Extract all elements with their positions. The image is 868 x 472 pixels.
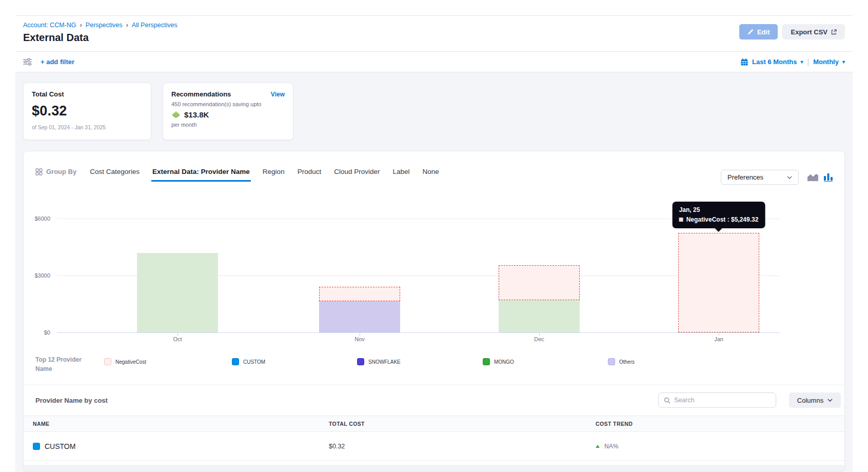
column-header-total-cost[interactable]: TOTAL COST <box>320 421 586 427</box>
money-stack-icon <box>171 111 181 119</box>
total-cost-card: Total Cost $0.32 of Sep 01, 2024 - Jan 3… <box>23 83 151 140</box>
breadcrumb-separator-icon: › <box>126 21 128 29</box>
table-title: Provider Name by cost <box>35 397 108 404</box>
row-name: CUSTOM <box>45 442 75 450</box>
legend-label: NegativeCost <box>115 359 146 365</box>
view-recommendations-link[interactable]: View <box>271 91 285 98</box>
table-search <box>658 392 776 408</box>
gridline <box>57 219 780 219</box>
external-link-icon <box>831 29 837 35</box>
legend-label: MONGO <box>494 359 514 365</box>
legend-item-custom[interactable]: CUSTOM <box>232 358 265 365</box>
page-header: Account: CCM-NG›Perspectives›All Perspec… <box>15 16 853 52</box>
x-axis-label: Jan <box>714 336 723 342</box>
group-by-row: Group By Cost CategoriesExternal Data: P… <box>35 166 833 184</box>
granularity-dropdown[interactable]: Monthly ▾ <box>813 58 845 66</box>
y-axis-label: $3000 <box>24 272 50 279</box>
area-chart-icon[interactable] <box>807 173 819 182</box>
search-icon <box>664 397 670 404</box>
tab-external-data-provider-name[interactable]: External Data: Provider Name <box>151 166 251 182</box>
gridline <box>57 332 780 333</box>
tab-product[interactable]: Product <box>297 166 323 182</box>
x-axis-label: Nov <box>354 336 365 342</box>
savings-amount: $13.8K <box>184 110 209 119</box>
bar-segment-mongo-dec[interactable] <box>499 300 580 332</box>
x-axis-tick <box>177 333 178 336</box>
columns-button[interactable]: Columns <box>789 392 841 408</box>
row-total-cost: $0.32 <box>329 443 345 450</box>
breadcrumb-item[interactable]: All Perspectives <box>132 22 177 29</box>
chart-plot: Jan, 25 NegativeCost : $5,249.32 $0$3000… <box>24 187 844 347</box>
legend-swatch <box>357 358 364 365</box>
legend-item-mongo[interactable]: MONGO <box>483 358 514 365</box>
preferences-dropdown[interactable]: Preferences <box>721 170 799 185</box>
group-by-label: Group By <box>46 168 76 175</box>
pencil-icon <box>747 29 754 35</box>
per-month-text: per month <box>171 122 285 128</box>
export-csv-button[interactable]: Export CSV <box>782 24 845 40</box>
add-filter-button[interactable]: + add filter <box>41 58 74 66</box>
total-cost-label: Total Cost <box>32 90 143 98</box>
trend-up-icon <box>596 445 600 448</box>
table-toolbar: Provider Name by cost Columns <box>35 388 833 412</box>
filter-settings-icon[interactable] <box>23 58 32 66</box>
legend-label: Others <box>619 359 635 365</box>
bar-chart-icon[interactable] <box>824 173 833 182</box>
calendar-icon <box>741 58 748 66</box>
chevron-down-icon: ▾ <box>800 59 803 65</box>
app-container: Account: CCM-NG›Perspectives›All Perspec… <box>15 15 853 472</box>
recommendations-card: Recommendations View 450 recommendation(… <box>163 83 293 140</box>
bar-segment-snowflake-nov[interactable] <box>319 301 400 332</box>
tab-region[interactable]: Region <box>262 166 286 182</box>
search-input[interactable] <box>674 397 771 404</box>
chart-tooltip: Jan, 25 NegativeCost : $5,249.32 <box>673 202 765 228</box>
column-header-cost-trend[interactable]: COST TREND <box>586 421 844 427</box>
edit-button[interactable]: Edit <box>739 24 778 40</box>
x-axis-label: Dec <box>534 336 544 342</box>
tab-cost-categories[interactable]: Cost Categories <box>89 166 141 182</box>
table-next-row-partial <box>24 465 844 471</box>
group-by-tabs: Cost CategoriesExternal Data: Provider N… <box>89 166 440 182</box>
legend-item-others[interactable]: Others <box>608 358 635 365</box>
page-title: External Data <box>23 32 177 44</box>
legend-swatch <box>232 358 239 365</box>
section-divider <box>24 385 844 385</box>
legend-title: Top 12 Provider Name <box>35 355 87 373</box>
breadcrumb-separator-icon: › <box>80 21 82 29</box>
recommendations-label: Recommendations <box>171 90 231 98</box>
row-color-swatch <box>33 443 40 450</box>
tooltip-series-swatch <box>679 218 683 222</box>
breadcrumb-item[interactable]: Perspectives <box>86 22 123 29</box>
bar-segment-negativecost-jan[interactable] <box>678 233 759 332</box>
legend-label: CUSTOM <box>243 359 265 365</box>
table-header-row: NAMETOTAL COSTCOST TREND <box>24 416 844 432</box>
total-cost-value: $0.32 <box>32 103 143 119</box>
content-area: Total Cost $0.32 of Sep 01, 2024 - Jan 3… <box>15 72 853 472</box>
chevron-down-icon: ▾ <box>842 59 845 65</box>
bar-segment-mongo-oct[interactable] <box>137 253 218 332</box>
legend-label: SNOWFLAKE <box>368 359 401 365</box>
legend-item-snowflake[interactable]: SNOWFLAKE <box>357 358 401 365</box>
bar-segment-negativecost-nov[interactable] <box>319 287 400 301</box>
date-range-dropdown[interactable]: Last 6 Months ▾ <box>752 58 803 66</box>
column-header-name[interactable]: NAME <box>24 421 320 427</box>
x-axis-label: Oct <box>173 336 182 342</box>
filter-bar: + add filter Last 6 Months ▾ | Monthly ▾ <box>15 52 853 72</box>
legend-swatch <box>483 358 490 365</box>
table-row[interactable]: CUSTOM$0.32NA% <box>24 432 844 461</box>
chevron-down-icon <box>787 176 792 179</box>
x-axis-tick <box>719 333 719 336</box>
perspective-chart-card: Group By Cost CategoriesExternal Data: P… <box>23 151 845 471</box>
tab-none[interactable]: None <box>422 166 440 182</box>
tooltip-title: Jan, 25 <box>679 206 759 213</box>
bar-segment-negativecost-dec[interactable] <box>499 265 580 300</box>
tab-cloud-provider[interactable]: Cloud Provider <box>333 166 381 182</box>
legend-item-negativecost[interactable]: NegativeCost <box>104 358 146 365</box>
chevron-down-icon <box>827 399 833 402</box>
total-cost-period: of Sep 01, 2024 - Jan 31, 2025 <box>32 124 143 130</box>
tab-label[interactable]: Label <box>391 166 410 182</box>
tooltip-value: NegativeCost : $5,249.32 <box>686 216 759 223</box>
recommendations-count-text: 450 recommendation(s) saving upto <box>171 101 285 107</box>
breadcrumb-item[interactable]: Account: CCM-NG <box>23 22 76 29</box>
grid-icon <box>35 168 43 175</box>
